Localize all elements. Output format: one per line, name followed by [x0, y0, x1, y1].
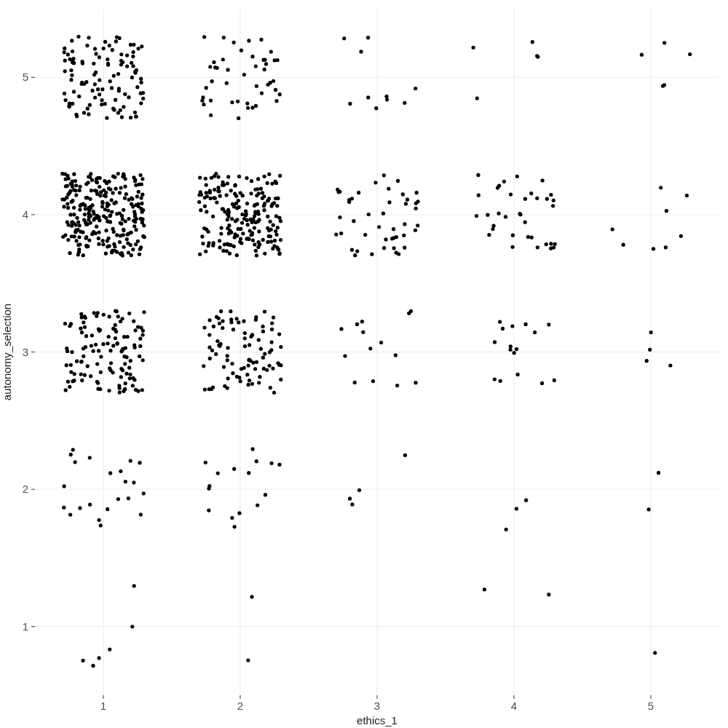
- svg-point-779: [392, 227, 395, 231]
- svg-point-279: [353, 381, 357, 384]
- svg-point-991: [260, 91, 264, 95]
- svg-point-989: [274, 88, 277, 92]
- svg-point-855: [611, 227, 614, 231]
- svg-point-900: [116, 72, 120, 76]
- svg-point-23: [138, 461, 141, 464]
- svg-point-39: [139, 513, 143, 516]
- svg-point-945: [86, 107, 90, 111]
- svg-point-80: [65, 363, 68, 367]
- svg-point-102: [96, 311, 100, 314]
- svg-point-630: [218, 194, 222, 198]
- svg-point-298: [498, 320, 502, 323]
- svg-point-401: [60, 172, 64, 175]
- svg-point-275: [257, 381, 261, 384]
- svg-point-657: [272, 223, 275, 227]
- svg-point-828: [545, 242, 548, 246]
- svg-point-44: [264, 493, 267, 496]
- svg-point-655: [277, 252, 281, 256]
- svg-point-370: [97, 242, 100, 246]
- svg-point-499: [143, 235, 146, 239]
- svg-point-192: [214, 352, 218, 356]
- svg-point-62: [403, 454, 407, 457]
- svg-point-562: [82, 218, 86, 221]
- svg-point-985: [254, 104, 258, 108]
- svg-point-974: [274, 99, 278, 103]
- svg-point-575: [205, 191, 208, 194]
- svg-point-202: [263, 309, 266, 313]
- svg-point-290: [355, 323, 359, 326]
- svg-point-911: [112, 108, 116, 111]
- svg-point-64: [515, 507, 518, 510]
- svg-point-1011: [212, 60, 215, 64]
- svg-point-328: [140, 202, 143, 205]
- svg-point-980: [208, 65, 212, 68]
- svg-point-1003: [254, 64, 258, 68]
- svg-point-747: [259, 187, 263, 191]
- svg-point-750: [212, 196, 215, 199]
- svg-point-665: [279, 238, 282, 242]
- svg-point-860: [665, 209, 668, 213]
- svg-point-526: [132, 210, 136, 213]
- svg-point-852: [504, 215, 507, 218]
- svg-point-280: [394, 353, 397, 357]
- svg-point-41: [88, 503, 92, 507]
- svg-point-961: [115, 35, 119, 39]
- svg-point-84: [114, 336, 117, 340]
- svg-point-426: [76, 220, 80, 223]
- svg-point-766: [216, 189, 220, 193]
- y-tick-label: 1: [23, 620, 28, 633]
- svg-point-772: [253, 242, 256, 246]
- svg-point-11: [81, 659, 84, 662]
- svg-point-571: [138, 217, 142, 221]
- svg-point-310: [648, 348, 652, 352]
- svg-point-851: [492, 224, 496, 228]
- svg-point-702: [235, 253, 239, 257]
- svg-point-529: [127, 198, 130, 202]
- svg-point-58: [204, 461, 207, 464]
- svg-point-929: [114, 98, 117, 102]
- svg-point-524: [76, 253, 80, 256]
- svg-point-61: [357, 488, 361, 492]
- svg-point-819: [477, 194, 480, 197]
- svg-point-266: [215, 339, 219, 343]
- svg-point-66: [524, 499, 528, 502]
- svg-point-781: [334, 233, 338, 237]
- svg-point-14: [97, 656, 100, 660]
- svg-point-367: [124, 219, 127, 223]
- svg-point-243: [270, 328, 274, 331]
- svg-point-168: [119, 375, 123, 379]
- svg-point-13: [91, 664, 95, 668]
- svg-point-214: [243, 331, 247, 335]
- svg-point-756: [267, 173, 271, 176]
- svg-point-24: [74, 460, 77, 464]
- svg-point-964: [114, 39, 118, 43]
- chart-svg: 1234512345ethics_1autonomy_selection: [0, 0, 728, 728]
- svg-point-683: [219, 232, 223, 235]
- svg-point-413: [122, 229, 125, 232]
- svg-point-771: [240, 221, 244, 224]
- svg-point-271: [259, 347, 263, 351]
- svg-point-160: [121, 368, 124, 372]
- svg-point-894: [70, 74, 74, 77]
- svg-point-241: [269, 386, 272, 389]
- svg-point-16: [130, 625, 134, 628]
- svg-point-445: [127, 232, 130, 236]
- svg-point-442: [132, 224, 136, 228]
- svg-point-291: [339, 327, 343, 331]
- svg-point-308: [509, 344, 513, 348]
- svg-point-952: [105, 116, 108, 120]
- svg-point-250: [223, 384, 226, 388]
- svg-point-923: [129, 116, 132, 119]
- svg-point-229: [271, 366, 274, 370]
- svg-point-299: [533, 331, 537, 334]
- svg-point-658: [210, 176, 213, 180]
- svg-point-169: [66, 349, 69, 353]
- svg-point-429: [106, 239, 109, 242]
- svg-point-127: [107, 314, 111, 318]
- svg-point-675: [262, 208, 266, 212]
- svg-point-733: [218, 245, 221, 249]
- svg-point-133: [131, 384, 135, 387]
- y-tick-label: 3: [23, 346, 28, 358]
- svg-point-1024: [366, 36, 370, 39]
- svg-point-35: [127, 496, 130, 500]
